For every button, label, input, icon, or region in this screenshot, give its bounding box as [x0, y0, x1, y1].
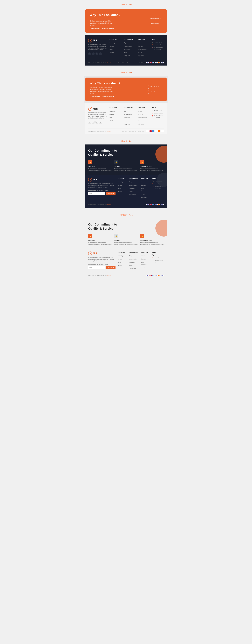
- custom-icon-9: ⭐: [140, 160, 144, 164]
- facebook-icon-8[interactable]: f: [88, 121, 91, 124]
- cookie-link-8[interactable]: Cookie Policy: [138, 130, 144, 132]
- nav-news-9[interactable]: News: [117, 188, 120, 189]
- newsletter-input-10[interactable]: [88, 266, 105, 269]
- nav-homepage-8[interactable]: HomePage: [109, 110, 115, 112]
- res-docs-7[interactable]: Documentation: [123, 46, 132, 47]
- navigate-heading-9: NAVIGATE: [117, 178, 127, 179]
- company-list-7: Services About Us Happy Customers Portfo…: [138, 41, 150, 57]
- co-happy-7[interactable]: Happy Customers: [138, 48, 147, 50]
- nav-careers-7[interactable]: Careers: [109, 46, 114, 47]
- res-designcase-9[interactable]: Design Case: [129, 194, 136, 196]
- nav-news-7[interactable]: News: [109, 48, 112, 50]
- newsletter-input-9[interactable]: [88, 192, 105, 195]
- nav-careers-9[interactable]: Careers: [117, 184, 122, 186]
- nav-affiliates-10[interactable]: Affiliates: [117, 265, 122, 266]
- footer-grid-7: M Molti Molti is a Professionally Design…: [88, 38, 164, 58]
- twitter-icon-8[interactable]: ✕: [92, 121, 95, 124]
- cookie-link-7[interactable]: Cookie Policy: [138, 62, 144, 64]
- footer-bottom-10: © Copyright Molti 2020. Made with ♥ by S…: [88, 273, 164, 276]
- facebook-icon-7[interactable]: f: [88, 52, 91, 55]
- res-community-7[interactable]: Community: [123, 48, 130, 50]
- nav-affiliates-7[interactable]: Affiliates: [109, 52, 114, 53]
- nav-news-10[interactable]: News: [117, 262, 120, 263]
- nav-careers-8[interactable]: Careers: [109, 114, 114, 115]
- res-blog-9[interactable]: Blog: [129, 181, 132, 182]
- res-docs-9[interactable]: Documentation: [129, 184, 137, 186]
- res-pricing-10[interactable]: Pricing: [129, 265, 133, 266]
- co-services-8[interactable]: Services: [138, 110, 142, 112]
- pinterest-icon-8[interactable]: p: [99, 121, 102, 124]
- shop-products-btn-7[interactable]: Shop Products →: [148, 17, 163, 20]
- res-docs-8[interactable]: Documentation: [123, 114, 132, 115]
- new-arrivals-btn-7[interactable]: New Arrivals →: [148, 22, 163, 26]
- co-about-9[interactable]: About Us: [141, 184, 146, 186]
- co-portfolio-10[interactable]: Portfolio: [141, 267, 145, 269]
- instagram-icon-7[interactable]: in: [95, 52, 98, 55]
- nav-homepage-7[interactable]: HomePage: [109, 42, 115, 44]
- res-community-8[interactable]: Community: [123, 117, 130, 118]
- footer-inner-9: M Molti Molti is a Professionally Design…: [85, 175, 167, 208]
- navigate-heading-7: NAVIGATE: [109, 38, 121, 40]
- instagram-icon-8[interactable]: in: [95, 121, 98, 124]
- privacy-link-7[interactable]: Privacy Policy: [118, 62, 125, 64]
- res-blog-7[interactable]: Blog: [123, 42, 126, 44]
- co-help-9[interactable]: Help Center: [141, 196, 147, 198]
- footer-links-8: Privacy Policy Terms of Service Cookie P…: [121, 130, 144, 132]
- footer-help-7: HELP 📞 +49 892 358 75 ✉ contact@molti.co…: [152, 38, 164, 58]
- nav-careers-10[interactable]: Careers: [117, 258, 122, 260]
- visa2-8: VISA: [155, 130, 158, 132]
- res-designcase-8[interactable]: Design Case: [123, 124, 131, 125]
- co-portfolio-9[interactable]: Portfolio: [141, 194, 145, 195]
- co-happy-9[interactable]: Happy Customers: [141, 188, 147, 192]
- res-community-10[interactable]: Community: [129, 262, 135, 263]
- co-services-9[interactable]: Services: [141, 181, 145, 182]
- nav-affiliates-9[interactable]: Affiliates: [117, 191, 122, 192]
- res-pricing-8[interactable]: Pricing: [123, 120, 127, 122]
- privacy-link-8[interactable]: Privacy Policy: [121, 130, 128, 132]
- footer-company-10: COMPANY Services About Us Happy Customer…: [141, 252, 150, 270]
- mc1-8: MC: [150, 130, 152, 132]
- footer-resources-8: RESOURCES Blog Documentation Community P…: [123, 107, 136, 126]
- brand-desc-8: Molti is a Professionally Designed Multi…: [88, 112, 107, 119]
- co-about-10[interactable]: About Us: [141, 258, 146, 260]
- res-blog-8[interactable]: Blog: [123, 110, 126, 112]
- logo-text-10: Molti: [93, 252, 98, 255]
- nav-affiliates-8[interactable]: Affiliates: [109, 120, 114, 122]
- nav-news-8[interactable]: News: [109, 117, 112, 118]
- twitter-icon-7[interactable]: t: [92, 52, 95, 55]
- res-community-9[interactable]: Community: [129, 188, 135, 189]
- subscribe-btn-9[interactable]: SUBSCRIBE: [106, 192, 115, 195]
- security-desc-10: At vero eos et accusamus iusto odio dign…: [114, 242, 138, 245]
- res-pricing-7[interactable]: Pricing: [123, 52, 127, 53]
- security-icon-9: 🔒: [114, 160, 118, 164]
- shop-products-btn-8[interactable]: Shop Products →: [148, 85, 163, 89]
- logo-icon-7: M: [88, 38, 92, 42]
- res-designcase-10[interactable]: Design Case: [129, 268, 136, 270]
- res-pricing-9[interactable]: Pricing: [129, 191, 133, 192]
- co-help-8[interactable]: Help Center: [138, 124, 144, 125]
- co-services-10[interactable]: Services: [141, 255, 145, 256]
- co-happy-8[interactable]: Happy Customers: [138, 117, 147, 118]
- co-about-7[interactable]: About Us: [138, 46, 143, 47]
- payment-icons-8: VISA MC MA VISA MC VISA: [146, 130, 164, 132]
- nav-homepage-10[interactable]: HomePage: [117, 255, 123, 256]
- terms-link-8[interactable]: Terms of Service: [129, 130, 137, 132]
- co-help-7[interactable]: Help Center: [138, 55, 144, 56]
- co-happy-10[interactable]: Happy Customers: [141, 262, 147, 266]
- pinterest-icon-7[interactable]: p: [99, 52, 102, 55]
- style10-title: Style 10: [120, 214, 128, 216]
- co-about-8[interactable]: About Us: [138, 114, 143, 115]
- navigate-list-7: HomePage Careers News Affiliates: [109, 41, 121, 54]
- co-services-7[interactable]: Services: [138, 42, 142, 44]
- co-portfolio-8[interactable]: Portfolio: [138, 120, 142, 122]
- res-docs-10[interactable]: Documentation: [129, 258, 137, 260]
- terms-link-7[interactable]: Terms of Service: [127, 62, 135, 64]
- res-designcase-7[interactable]: Design Case: [123, 55, 131, 56]
- subscribe-btn-10[interactable]: SUBSCRIBE: [106, 266, 115, 269]
- nav-homepage-9[interactable]: HomePage: [117, 181, 123, 182]
- logo-text-7: Molti: [93, 39, 98, 42]
- new-arrivals-btn-8[interactable]: New Arrivals →: [148, 90, 163, 94]
- help-heading-7: HELP: [152, 38, 164, 40]
- co-portfolio-7[interactable]: Portfolio: [138, 52, 142, 53]
- res-blog-10[interactable]: Blog: [129, 255, 132, 256]
